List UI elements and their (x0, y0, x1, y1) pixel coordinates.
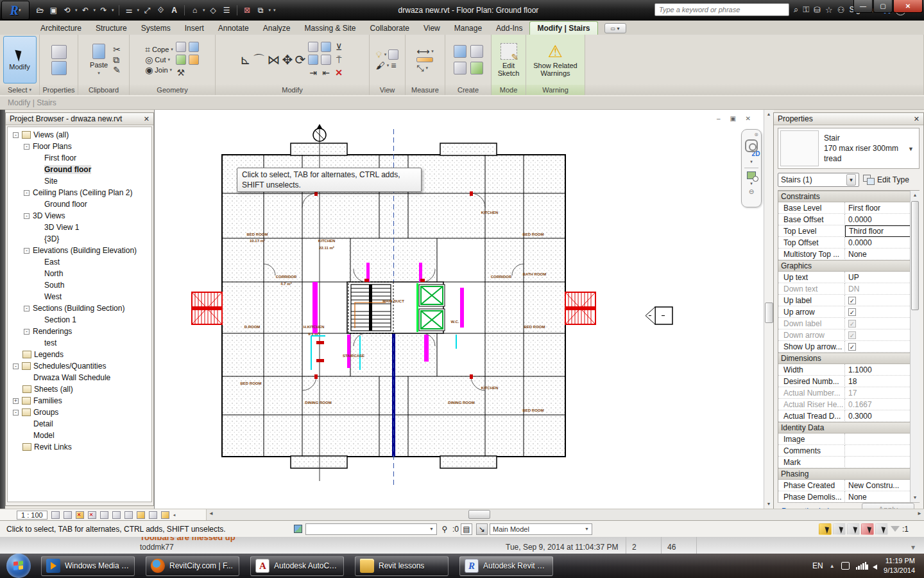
create-parts-icon[interactable] (454, 45, 466, 58)
section-header-phasing[interactable]: Phasing« (778, 468, 919, 480)
browser-item-label[interactable]: Schedules/Quantities (33, 362, 106, 371)
measure-line-icon[interactable]: ⟷ (416, 47, 429, 56)
type-selector[interactable]: Stair 170 max riser 300mm tread ▼ (778, 128, 920, 169)
select-links-toggle[interactable] (819, 523, 832, 535)
close-icon[interactable]: ✕ (144, 115, 150, 123)
taskbar-button-autodesk-revit-20[interactable]: Autodesk Revit 20... (459, 556, 553, 576)
minimize-navbar-icon[interactable]: ⊖ (749, 188, 754, 195)
tab-manage[interactable]: Manage (447, 22, 489, 35)
edit-type-button[interactable]: Edit Type (863, 172, 920, 188)
browser-item-label[interactable]: Ground floor (44, 165, 91, 174)
select-by-face-toggle[interactable] (861, 523, 874, 535)
section-header-dimensions[interactable]: Dimensions« (778, 353, 919, 364)
tab-annotate[interactable]: Annotate (211, 22, 256, 35)
collapse-icon[interactable]: - (24, 190, 30, 196)
browser-item-families[interactable]: +Families (8, 395, 151, 407)
browser-item-label[interactable]: West (44, 292, 62, 301)
drawing-area[interactable]: BED ROOM10.17 m²KITCHEN22.11 m²CORRIDOR4… (154, 110, 764, 509)
property-value[interactable]: UP (845, 272, 919, 283)
tab-modify-stairs[interactable]: Modify | Stairs (529, 21, 597, 35)
property-value[interactable]: 0.1667 (845, 399, 919, 410)
panel-label-geometry[interactable]: Geometry (130, 85, 215, 95)
volume-icon[interactable] (873, 565, 877, 570)
selection-filter-icon[interactable] (891, 526, 900, 532)
network-icon[interactable] (856, 562, 867, 570)
section-header-constraints[interactable]: Constraints« (778, 191, 919, 202)
linework-brush-icon[interactable]: 🖌︎ (376, 61, 385, 70)
property-value[interactable]: None (845, 249, 919, 260)
redo-icon[interactable]: ↷ (98, 5, 109, 16)
pin-icon[interactable]: ⍑ (336, 55, 341, 64)
horizontal-scrollbar[interactable]: ◄ ► (207, 509, 924, 520)
favorites-icon[interactable]: ☆ (825, 5, 833, 15)
browser-item-label[interactable]: Detail (33, 419, 53, 428)
wall-joins-icon[interactable] (189, 42, 199, 52)
analytical-model-icon[interactable] (149, 511, 157, 519)
scroll-up-arrow[interactable]: ▲ (764, 110, 773, 119)
tab-view[interactable]: View (416, 22, 447, 35)
browser-item-3d-views[interactable]: -3D Views (8, 210, 151, 222)
open-icon[interactable]: 🗁 (35, 5, 46, 16)
property-value[interactable]: 17 (845, 387, 919, 399)
property-value[interactable]: DN (845, 283, 919, 295)
start-button[interactable] (6, 554, 31, 578)
property-value[interactable]: ✓ (845, 306, 919, 318)
dimension-icon[interactable]: ⤡ (416, 64, 424, 73)
property-value[interactable]: ✓ (845, 295, 919, 306)
collapse-icon[interactable]: - (13, 363, 19, 369)
browser-item-label[interactable]: Renderings (33, 327, 72, 336)
checkbox[interactable]: ✓ (848, 297, 856, 304)
browser-item-sheets-all[interactable]: Sheets (all) (8, 383, 151, 395)
view-reset-icon[interactable] (388, 49, 398, 60)
chevron-down-icon[interactable]: ▾ (203, 8, 205, 13)
elevation-marker[interactable] (646, 307, 672, 324)
browser-item-ground-floor[interactable]: Ground floor (8, 164, 151, 175)
crop-view-icon[interactable] (100, 511, 108, 519)
browser-item-label[interactable]: Groups (33, 408, 58, 417)
chevron-down-icon[interactable]: ▾ (269, 8, 271, 13)
active-only-icon[interactable]: ↘ (476, 523, 488, 535)
panel-label-select[interactable]: Select▾ (0, 85, 39, 95)
property-value[interactable] (845, 434, 919, 445)
unpin-icon[interactable]: ⊻ (336, 42, 342, 51)
override-graphics-icon[interactable]: ≡ (391, 61, 396, 70)
measure-icon[interactable]: ⚌ (124, 5, 135, 16)
browser-item-model[interactable]: Model (8, 430, 151, 441)
checkbox[interactable]: ✓ (848, 320, 856, 328)
checkbox[interactable]: ✓ (848, 343, 856, 351)
chevron-down-icon[interactable]: ▾ (750, 159, 753, 164)
design-options-icon[interactable]: ▤ (461, 523, 472, 535)
select-pinned-toggle[interactable] (847, 523, 860, 535)
browser-item-label[interactable]: Views (all) (33, 130, 69, 139)
scrollbar-thumb[interactable] (911, 201, 919, 310)
property-value[interactable]: 0.3000 (845, 410, 919, 422)
section-header-identity-data[interactable]: Identity Data« (778, 422, 919, 434)
collapse-icon[interactable]: - (24, 213, 30, 219)
steering-wheel-icon[interactable] (745, 139, 758, 152)
editable-only-filter-icon[interactable]: ⚲ (439, 523, 450, 535)
properties-scrollbar[interactable]: ▲▼ (910, 191, 920, 502)
browser-item-floor-plans[interactable]: -Floor Plans (8, 141, 151, 152)
save-icon[interactable]: ▣ (48, 5, 59, 16)
paint-icon[interactable] (189, 55, 199, 65)
tab-architecture[interactable]: Architecture (33, 22, 89, 35)
vertical-scrollbar[interactable]: ▲ ▼ (764, 110, 774, 509)
property-value[interactable] (845, 457, 919, 468)
taskbar-button-windows-media-p[interactable]: Windows Media P... (41, 556, 135, 576)
reveal-constraints-icon[interactable] (161, 511, 169, 519)
text-icon[interactable]: A (169, 5, 180, 16)
paste-button[interactable]: Paste▾ (87, 36, 111, 83)
checkbox[interactable]: ✓ (848, 331, 856, 339)
project-browser-title[interactable]: Project Browser - drwaza new.rvt ✕ (6, 113, 153, 125)
move-icon[interactable]: ✥ (282, 53, 293, 66)
browser-item-label[interactable]: 3D View 1 (44, 223, 79, 232)
browser-item-label[interactable]: Section 1 (44, 315, 76, 324)
browser-item-ceiling-plans-ceiling-plan-2[interactable]: -Ceiling Plans (Ceiling Plan 2) (8, 187, 151, 198)
section-icon[interactable]: ◇ (208, 5, 219, 16)
browser-item-label[interactable]: Site (44, 177, 58, 186)
browser-item-south[interactable]: South (8, 279, 151, 291)
scroll-down-arrow[interactable]: ▼ (911, 493, 920, 502)
type-properties-icon[interactable] (51, 45, 67, 59)
tab-insert[interactable]: Insert (178, 22, 211, 35)
panel-label-properties[interactable]: Properties (40, 85, 78, 95)
